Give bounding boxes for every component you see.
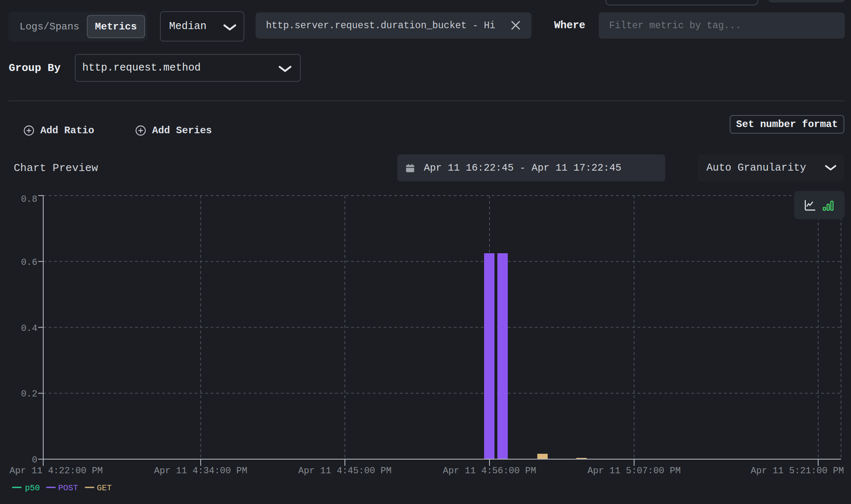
svg-text:p50: p50 [25, 483, 40, 493]
svg-text:0.8: 0.8 [21, 194, 37, 205]
svg-text:Apr 11 4:34:00 PM: Apr 11 4:34:00 PM [154, 466, 247, 476]
svg-text:Apr 11 5:07:00 PM: Apr 11 5:07:00 PM [588, 466, 681, 476]
svg-text:Apr 11 5:21:00 PM: Apr 11 5:21:00 PM [751, 466, 844, 476]
svg-text:0.6: 0.6 [21, 257, 37, 268]
svg-text:0.2: 0.2 [21, 389, 37, 399]
svg-text:0: 0 [32, 455, 37, 465]
svg-text:0.4: 0.4 [21, 323, 37, 334]
svg-text:Apr 11 4:45:00 PM: Apr 11 4:45:00 PM [298, 466, 391, 476]
svg-text:Apr 11 4:22:00 PM: Apr 11 4:22:00 PM [10, 466, 103, 476]
svg-text:Apr 11 4:56:00 PM: Apr 11 4:56:00 PM [443, 466, 536, 476]
svg-text:POST: POST [58, 483, 78, 493]
svg-text:GET: GET [97, 483, 112, 493]
